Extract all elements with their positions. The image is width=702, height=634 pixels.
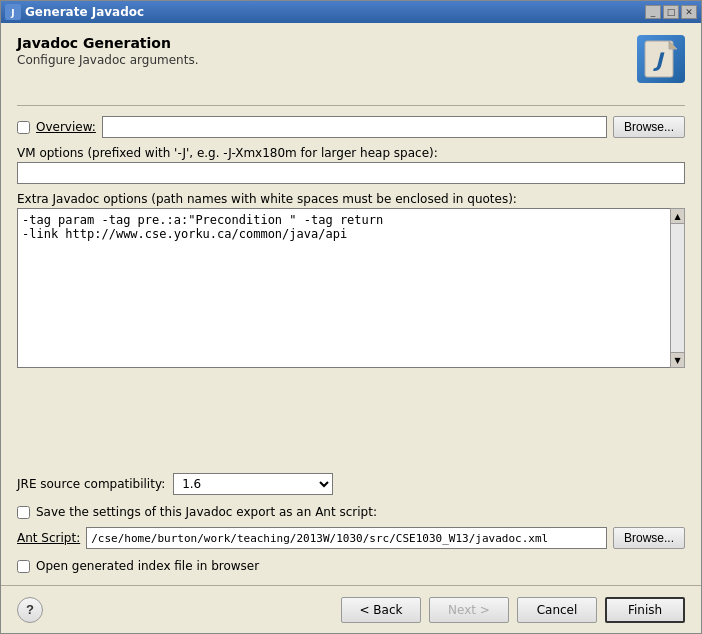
main-window: J Generate Javadoc _ □ ✕ Javadoc Generat… xyxy=(0,0,702,634)
jre-label: JRE source compatibility: xyxy=(17,477,165,491)
extra-javadoc-scrollbar[interactable]: ▲ ▼ xyxy=(670,208,685,368)
titlebar-left: J Generate Javadoc xyxy=(5,4,144,20)
header-text: Javadoc Generation Configure Javadoc arg… xyxy=(17,35,198,67)
button-bar-right: < Back Next > Cancel Finish xyxy=(341,597,685,623)
window-icon: J xyxy=(5,4,21,20)
maximize-button[interactable]: □ xyxy=(663,5,679,19)
next-button[interactable]: Next > xyxy=(429,597,509,623)
jre-select[interactable]: 1.6 1.1 1.2 1.3 1.4 1.5 1.7 1.8 xyxy=(173,473,333,495)
extra-javadoc-wrapper: -tag param -tag pre.:a:"Precondition " -… xyxy=(17,208,685,368)
header-icon-graphic: J xyxy=(637,35,685,83)
extra-javadoc-label: Extra Javadoc options (path names with w… xyxy=(17,192,685,206)
overview-row: Overview: Browse... xyxy=(17,116,685,138)
javadoc-icon: J xyxy=(629,35,685,91)
minimize-button[interactable]: _ xyxy=(645,5,661,19)
cancel-button[interactable]: Cancel xyxy=(517,597,597,623)
overview-label[interactable]: Overview: xyxy=(36,120,96,134)
ant-export-label[interactable]: Save the settings of this Javadoc export… xyxy=(36,505,377,519)
open-index-checkbox[interactable] xyxy=(17,560,30,573)
ant-script-row: Ant Script: Browse... xyxy=(17,527,685,549)
help-button[interactable]: ? xyxy=(17,597,43,623)
window-title: Generate Javadoc xyxy=(25,5,144,19)
extra-javadoc-section: Extra Javadoc options (path names with w… xyxy=(17,192,685,461)
header-separator xyxy=(17,105,685,106)
ant-export-row: Save the settings of this Javadoc export… xyxy=(17,505,685,519)
button-bar: ? < Back Next > Cancel Finish xyxy=(1,585,701,633)
overview-input[interactable] xyxy=(102,116,607,138)
overview-browse-button[interactable]: Browse... xyxy=(613,116,685,138)
titlebar-controls: _ □ ✕ xyxy=(645,5,697,19)
header-section: Javadoc Generation Configure Javadoc arg… xyxy=(17,35,685,91)
ant-export-checkbox[interactable] xyxy=(17,506,30,519)
extra-javadoc-input[interactable]: -tag param -tag pre.:a:"Precondition " -… xyxy=(17,208,670,368)
finish-button[interactable]: Finish xyxy=(605,597,685,623)
vm-options-label: VM options (prefixed with '-J', e.g. -J-… xyxy=(17,146,685,160)
overview-checkbox[interactable] xyxy=(17,121,30,134)
open-index-label[interactable]: Open generated index file in browser xyxy=(36,559,259,573)
ant-script-input[interactable] xyxy=(86,527,607,549)
main-content: Javadoc Generation Configure Javadoc arg… xyxy=(1,23,701,585)
vm-options-input[interactable] xyxy=(17,162,685,184)
ant-script-label: Ant Script: xyxy=(17,531,80,545)
vm-options-section: VM options (prefixed with '-J', e.g. -J-… xyxy=(17,146,685,184)
back-button[interactable]: < Back xyxy=(341,597,421,623)
ant-browse-button[interactable]: Browse... xyxy=(613,527,685,549)
scrollbar-track xyxy=(671,224,684,352)
open-index-row: Open generated index file in browser xyxy=(17,559,685,573)
jre-row: JRE source compatibility: 1.6 1.1 1.2 1.… xyxy=(17,473,685,495)
svg-text:J: J xyxy=(10,8,14,18)
close-button[interactable]: ✕ xyxy=(681,5,697,19)
page-subtitle: Configure Javadoc arguments. xyxy=(17,53,198,67)
scrollbar-down-arrow[interactable]: ▼ xyxy=(671,352,684,367)
scrollbar-up-arrow[interactable]: ▲ xyxy=(671,209,684,224)
page-title: Javadoc Generation xyxy=(17,35,198,51)
titlebar: J Generate Javadoc _ □ ✕ xyxy=(1,1,701,23)
